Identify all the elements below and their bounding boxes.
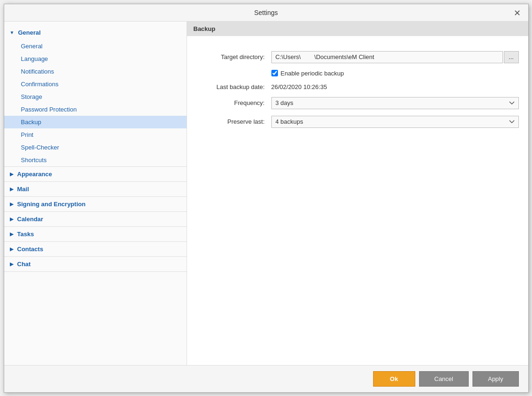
sidebar-item-print[interactable]: Print: [4, 128, 187, 141]
sidebar-section-label-contacts: Contacts: [17, 246, 44, 253]
sidebar-section-header-contacts[interactable]: ▶Contacts: [4, 242, 187, 256]
frequency-row: Frequency: 3 days: [196, 97, 519, 109]
cancel-button[interactable]: Cancel: [419, 371, 469, 387]
ok-button[interactable]: Ok: [373, 371, 415, 387]
sidebar-section-header-appearance[interactable]: ▶Appearance: [4, 167, 187, 181]
sidebar-item-storage[interactable]: Storage: [4, 90, 187, 103]
arrow-icon-contacts: ▶: [10, 247, 14, 252]
arrow-icon-chat: ▶: [10, 262, 14, 267]
sidebar-section-header-signing-encryption[interactable]: ▶Signing and Encryption: [4, 197, 187, 211]
sidebar-section-label-tasks: Tasks: [17, 231, 34, 238]
sidebar-item-backup[interactable]: Backup: [4, 116, 187, 128]
target-directory-row: Target directory: ...: [196, 51, 519, 63]
frequency-select[interactable]: 3 days: [271, 97, 519, 109]
arrow-icon-calendar: ▶: [10, 217, 14, 222]
enable-backup-row: Enable periodic backup: [196, 70, 519, 77]
browse-button[interactable]: ...: [504, 51, 519, 63]
last-backup-label: Last backup date:: [196, 83, 271, 90]
sidebar-section-header-mail[interactable]: ▶Mail: [4, 182, 187, 196]
enable-backup-label: Enable periodic backup: [281, 70, 344, 77]
sidebar-section-label-chat: Chat: [17, 261, 31, 268]
sidebar-item-spell-checker[interactable]: Spell-Checker: [4, 141, 187, 154]
content-inner: Target directory: ... Enable periodic ba…: [187, 44, 528, 142]
target-directory-control: ...: [271, 51, 519, 63]
frequency-control: 3 days: [271, 97, 519, 109]
target-directory-label: Target directory:: [196, 53, 271, 60]
preserve-select[interactable]: 4 backups: [271, 116, 519, 128]
sidebar-section-contacts: ▶Contacts: [4, 242, 187, 257]
sidebar-item-general-sub[interactable]: General: [4, 40, 187, 52]
sidebar-section-label-calendar: Calendar: [17, 216, 44, 223]
sidebar-section-calendar: ▶Calendar: [4, 212, 187, 227]
arrow-icon-mail: ▶: [10, 187, 14, 192]
sidebar-item-password-protection[interactable]: Password Protection: [4, 103, 187, 116]
arrow-icon-general: ▼: [10, 30, 15, 35]
sidebar-section-label-appearance: Appearance: [17, 171, 52, 178]
sidebar-item-language[interactable]: Language: [4, 52, 187, 65]
dialog-title: Settings: [254, 9, 278, 16]
sidebar-section-label-signing-encryption: Signing and Encryption: [17, 201, 86, 208]
sidebar-section-label-general: General: [18, 29, 40, 36]
sidebar-section-signing-encryption: ▶Signing and Encryption: [4, 197, 187, 212]
sidebar-section-general: ▼GeneralGeneralLanguageNotificationsConf…: [4, 25, 187, 167]
dialog-body: ▼GeneralGeneralLanguageNotificationsConf…: [4, 22, 528, 365]
sidebar-section-tasks: ▶Tasks: [4, 227, 187, 242]
sidebar-item-confirmations[interactable]: Confirmations: [4, 78, 187, 90]
enable-backup-checkbox[interactable]: [271, 70, 278, 76]
apply-button[interactable]: Apply: [472, 371, 519, 387]
sidebar-section-label-mail: Mail: [17, 186, 29, 193]
arrow-icon-appearance: ▶: [10, 172, 14, 177]
sidebar: ▼GeneralGeneralLanguageNotificationsConf…: [4, 22, 187, 365]
sidebar-section-appearance: ▶Appearance: [4, 167, 187, 182]
arrow-icon-signing-encryption: ▶: [10, 202, 14, 207]
arrow-icon-tasks: ▶: [10, 232, 14, 237]
last-backup-row: Last backup date: 26/02/2020 10:26:35: [196, 83, 519, 90]
sidebar-section-mail: ▶Mail: [4, 182, 187, 197]
title-bar: Settings ✕: [4, 4, 528, 22]
footer: Ok Cancel Apply: [4, 365, 528, 392]
sidebar-item-notifications[interactable]: Notifications: [4, 65, 187, 78]
backup-section-header: Backup: [187, 22, 528, 36]
close-button[interactable]: ✕: [512, 8, 523, 18]
content-area: Backup Target directory: ... Enable peri…: [187, 22, 528, 365]
frequency-label: Frequency:: [196, 99, 271, 106]
sidebar-section-chat: ▶Chat: [4, 257, 187, 272]
settings-dialog: Settings ✕ ▼GeneralGeneralLanguageNotifi…: [4, 4, 529, 393]
preserve-label: Preserve last:: [196, 118, 271, 125]
sidebar-section-header-chat[interactable]: ▶Chat: [4, 257, 187, 271]
sidebar-section-header-calendar[interactable]: ▶Calendar: [4, 212, 187, 226]
preserve-row: Preserve last: 4 backups: [196, 116, 519, 128]
last-backup-value: 26/02/2020 10:26:35: [271, 83, 327, 90]
preserve-control: 4 backups: [271, 116, 519, 128]
sidebar-section-header-general[interactable]: ▼General: [4, 25, 187, 40]
sidebar-item-shortcuts[interactable]: Shortcuts: [4, 154, 187, 166]
target-directory-input[interactable]: [271, 51, 503, 63]
sidebar-section-header-tasks[interactable]: ▶Tasks: [4, 227, 187, 241]
